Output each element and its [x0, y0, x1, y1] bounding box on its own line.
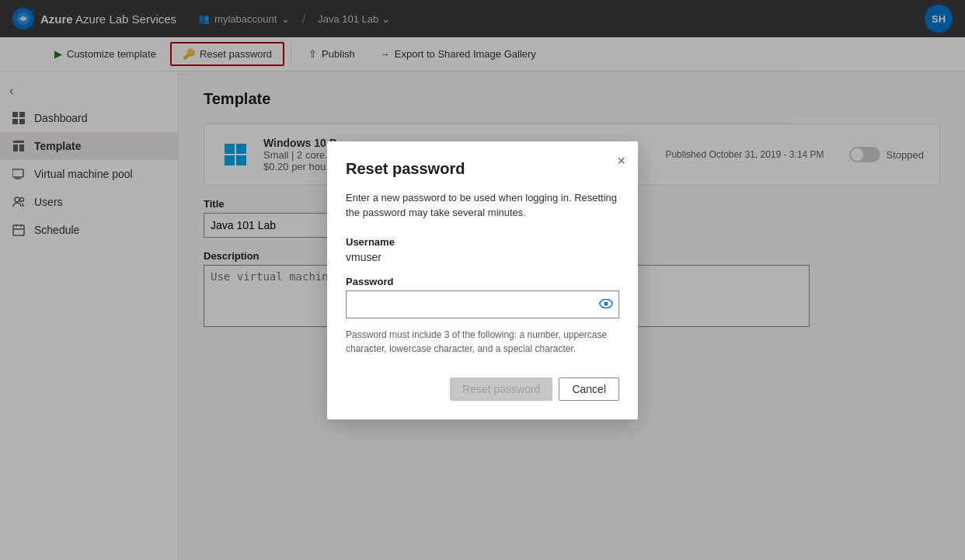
svg-point-21	[604, 301, 608, 305]
modal-title: Reset password	[346, 160, 619, 178]
password-hint: Password must include 3 of the following…	[346, 328, 619, 356]
modal-footer: Reset password Cancel	[346, 377, 619, 401]
reset-password-modal: Reset password × Enter a new password to…	[327, 141, 638, 419]
modal-description: Enter a new password to be used when log…	[346, 190, 619, 221]
password-input-wrap	[346, 290, 619, 318]
modal-overlay: Reset password × Enter a new password to…	[0, 0, 965, 560]
username-label: Username	[346, 236, 619, 248]
reset-password-submit-button[interactable]: Reset password	[450, 377, 552, 401]
password-input[interactable]	[346, 290, 619, 318]
toggle-password-icon[interactable]	[599, 298, 613, 311]
cancel-button[interactable]: Cancel	[559, 377, 619, 401]
username-value: vmuser	[346, 251, 619, 263]
password-label: Password	[346, 276, 619, 287]
modal-close-button[interactable]: ×	[617, 154, 625, 168]
